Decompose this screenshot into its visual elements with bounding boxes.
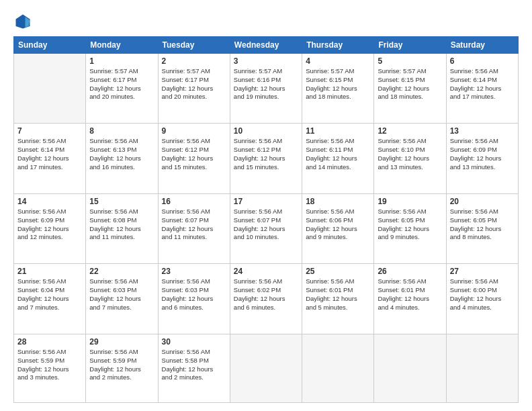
day-number: 23 [162,267,226,276]
calendar-cell: 17Sunrise: 5:56 AMSunset: 6:07 PMDayligh… [230,193,302,263]
cell-info: Sunrise: 5:56 AMSunset: 6:06 PMDaylight:… [306,208,370,242]
cell-info: Sunrise: 5:56 AMSunset: 6:00 PMDaylight:… [450,277,515,312]
calendar-day-header: Monday [86,37,158,54]
cell-info: Sunrise: 5:56 AMSunset: 5:59 PMDaylight:… [89,348,154,382]
calendar-week-row: 21Sunrise: 5:56 AMSunset: 6:04 PMDayligh… [14,264,519,334]
calendar-day-header: Tuesday [158,37,230,54]
cell-info: Sunrise: 5:57 AMSunset: 6:15 PMDaylight:… [306,67,370,101]
logo [13,12,35,31]
day-number: 21 [17,267,82,276]
day-number: 3 [234,56,298,66]
calendar-cell: 12Sunrise: 5:56 AMSunset: 6:10 PMDayligh… [374,124,446,193]
day-number: 7 [17,126,82,136]
cell-info: Sunrise: 5:56 AMSunset: 6:11 PMDaylight:… [306,137,370,171]
day-number: 27 [450,267,515,276]
calendar-cell: 19Sunrise: 5:56 AMSunset: 6:05 PMDayligh… [374,193,446,263]
calendar-cell: 21Sunrise: 5:56 AMSunset: 6:04 PMDayligh… [14,264,86,334]
day-number: 30 [162,337,226,347]
cell-info: Sunrise: 5:57 AMSunset: 6:17 PMDaylight:… [89,67,154,101]
calendar-cell: 24Sunrise: 5:56 AMSunset: 6:02 PMDayligh… [230,264,302,334]
calendar-cell: 9Sunrise: 5:56 AMSunset: 6:12 PMDaylight… [158,124,230,193]
calendar-cell: 2Sunrise: 5:57 AMSunset: 6:17 PMDaylight… [158,54,230,124]
cell-info: Sunrise: 5:56 AMSunset: 6:03 PMDaylight:… [89,277,154,312]
calendar-cell: 27Sunrise: 5:56 AMSunset: 6:00 PMDayligh… [446,264,518,334]
cell-info: Sunrise: 5:56 AMSunset: 5:58 PMDaylight:… [162,348,226,382]
cell-info: Sunrise: 5:56 AMSunset: 6:13 PMDaylight:… [89,137,154,171]
calendar-day-header: Sunday [14,37,86,54]
calendar: SundayMondayTuesdayWednesdayThursdayFrid… [13,36,519,403]
calendar-cell: 13Sunrise: 5:56 AMSunset: 6:09 PMDayligh… [446,124,518,193]
cell-info: Sunrise: 5:56 AMSunset: 6:01 PMDaylight:… [306,277,370,312]
calendar-cell [374,334,446,402]
cell-info: Sunrise: 5:56 AMSunset: 6:14 PMDaylight:… [450,67,515,101]
cell-info: Sunrise: 5:56 AMSunset: 6:14 PMDaylight:… [17,137,82,171]
day-number: 18 [306,197,370,206]
calendar-cell: 15Sunrise: 5:56 AMSunset: 6:08 PMDayligh… [86,193,158,263]
day-number: 11 [306,126,370,136]
calendar-week-row: 28Sunrise: 5:56 AMSunset: 5:59 PMDayligh… [14,334,519,402]
day-number: 2 [162,56,226,66]
calendar-cell: 7Sunrise: 5:56 AMSunset: 6:14 PMDaylight… [14,124,86,193]
calendar-week-row: 7Sunrise: 5:56 AMSunset: 6:14 PMDaylight… [14,124,519,193]
day-number: 14 [17,197,82,206]
calendar-cell [302,334,374,402]
day-number: 20 [450,197,515,206]
calendar-cell: 3Sunrise: 5:57 AMSunset: 6:16 PMDaylight… [230,54,302,124]
day-number: 19 [378,197,442,206]
day-number: 5 [378,56,442,66]
calendar-cell: 14Sunrise: 5:56 AMSunset: 6:09 PMDayligh… [14,193,86,263]
day-number: 22 [89,267,154,276]
calendar-cell: 6Sunrise: 5:56 AMSunset: 6:14 PMDaylight… [446,54,518,124]
calendar-cell: 11Sunrise: 5:56 AMSunset: 6:11 PMDayligh… [302,124,374,193]
calendar-day-header: Saturday [446,37,518,54]
day-number: 29 [89,337,154,347]
calendar-day-header: Thursday [302,37,374,54]
day-number: 13 [450,126,515,136]
calendar-cell: 18Sunrise: 5:56 AMSunset: 6:06 PMDayligh… [302,193,374,263]
day-number: 9 [162,126,226,136]
calendar-cell: 22Sunrise: 5:56 AMSunset: 6:03 PMDayligh… [86,264,158,334]
logo-icon [13,12,32,31]
cell-info: Sunrise: 5:57 AMSunset: 6:15 PMDaylight:… [378,67,442,101]
day-number: 25 [306,267,370,276]
calendar-header-row: SundayMondayTuesdayWednesdayThursdayFrid… [14,37,519,54]
day-number: 6 [450,56,515,66]
day-number: 10 [234,126,298,136]
day-number: 17 [234,197,298,206]
calendar-day-header: Friday [374,37,446,54]
cell-info: Sunrise: 5:56 AMSunset: 6:08 PMDaylight:… [89,208,154,242]
header [13,12,519,31]
cell-info: Sunrise: 5:56 AMSunset: 5:59 PMDaylight:… [17,348,82,382]
calendar-cell: 30Sunrise: 5:56 AMSunset: 5:58 PMDayligh… [158,334,230,402]
cell-info: Sunrise: 5:56 AMSunset: 6:10 PMDaylight:… [378,137,442,171]
calendar-cell: 4Sunrise: 5:57 AMSunset: 6:15 PMDaylight… [302,54,374,124]
calendar-cell [14,54,86,124]
calendar-week-row: 14Sunrise: 5:56 AMSunset: 6:09 PMDayligh… [14,193,519,263]
cell-info: Sunrise: 5:56 AMSunset: 6:07 PMDaylight:… [234,208,298,242]
day-number: 1 [89,56,154,66]
day-number: 16 [162,197,226,206]
cell-info: Sunrise: 5:56 AMSunset: 6:05 PMDaylight:… [450,208,515,242]
calendar-cell: 26Sunrise: 5:56 AMSunset: 6:01 PMDayligh… [374,264,446,334]
cell-info: Sunrise: 5:56 AMSunset: 6:12 PMDaylight:… [234,137,298,171]
day-number: 26 [378,267,442,276]
calendar-cell: 25Sunrise: 5:56 AMSunset: 6:01 PMDayligh… [302,264,374,334]
day-number: 15 [89,197,154,206]
cell-info: Sunrise: 5:56 AMSunset: 6:03 PMDaylight:… [162,277,226,312]
day-number: 24 [234,267,298,276]
cell-info: Sunrise: 5:56 AMSunset: 6:05 PMDaylight:… [378,208,442,242]
cell-info: Sunrise: 5:56 AMSunset: 6:09 PMDaylight:… [450,137,515,171]
calendar-cell: 29Sunrise: 5:56 AMSunset: 5:59 PMDayligh… [86,334,158,402]
cell-info: Sunrise: 5:56 AMSunset: 6:09 PMDaylight:… [17,208,82,242]
day-number: 4 [306,56,370,66]
calendar-cell: 23Sunrise: 5:56 AMSunset: 6:03 PMDayligh… [158,264,230,334]
cell-info: Sunrise: 5:57 AMSunset: 6:17 PMDaylight:… [162,67,226,101]
calendar-cell: 28Sunrise: 5:56 AMSunset: 5:59 PMDayligh… [14,334,86,402]
calendar-cell [446,334,518,402]
calendar-week-row: 1Sunrise: 5:57 AMSunset: 6:17 PMDaylight… [14,54,519,124]
calendar-cell: 20Sunrise: 5:56 AMSunset: 6:05 PMDayligh… [446,193,518,263]
cell-info: Sunrise: 5:56 AMSunset: 6:04 PMDaylight:… [17,277,82,312]
calendar-day-header: Wednesday [230,37,302,54]
cell-info: Sunrise: 5:57 AMSunset: 6:16 PMDaylight:… [234,67,298,101]
calendar-cell [230,334,302,402]
